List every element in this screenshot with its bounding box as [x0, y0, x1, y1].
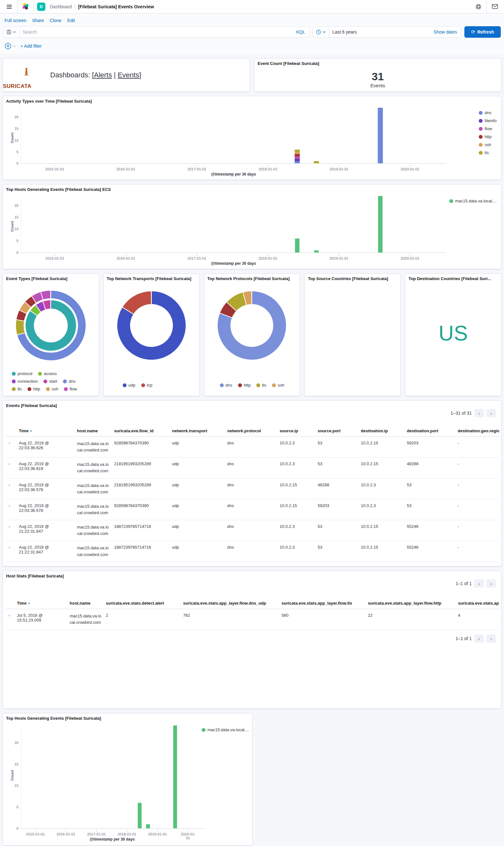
- column-header-destination.geo.region_na[interactable]: destination.geo.region_na: [456, 425, 499, 437]
- breadcrumb: Dashboard / [Filebeat Suricata] Events O…: [50, 4, 154, 9]
- legend-item-dns[interactable]: dns: [63, 379, 75, 384]
- edit-link[interactable]: Edit: [67, 18, 75, 23]
- column-header-network.transport[interactable]: network.transport: [170, 425, 225, 437]
- events-link[interactable]: Events: [118, 71, 139, 79]
- legend-item-ssh[interactable]: ssh: [46, 387, 58, 391]
- pie-slice-tls[interactable]: [16, 319, 25, 335]
- legend-item-ssh[interactable]: ssh: [272, 383, 284, 388]
- cell-suricata.eve.flow_id: 1887239765714716: [112, 520, 170, 541]
- top-hosts-ecs-chart: 05101520Count2015-01-012016-01-012017-01…: [6, 194, 446, 266]
- legend-item-connection[interactable]: connection: [12, 379, 38, 384]
- column-header-host.name[interactable]: host.name: [68, 598, 104, 609]
- filter-menu-button[interactable]: [4, 42, 16, 50]
- bar[interactable]: [146, 824, 150, 828]
- column-header-Time[interactable]: Time▼: [17, 425, 75, 437]
- next-page-button[interactable]: ›: [486, 579, 496, 588]
- legend-item-dns[interactable]: dns: [479, 110, 491, 115]
- legend-item-dns[interactable]: dns: [220, 383, 232, 388]
- panel-title: Top Hosts Generating Events [Filebeat Su…: [3, 713, 252, 723]
- legend-item-tcp[interactable]: tcp: [141, 383, 152, 388]
- column-header-destination.ip[interactable]: destination.ip: [359, 425, 405, 437]
- space-badge[interactable]: D: [37, 3, 46, 11]
- legend-item-mac15.data.va.local....[interactable]: mac15.data.va.local....: [449, 198, 497, 204]
- bar[interactable]: [378, 196, 382, 252]
- legend-item-start[interactable]: start: [43, 379, 57, 384]
- expand-row-button[interactable]: ›: [5, 458, 17, 478]
- legend-item-http[interactable]: http: [479, 134, 491, 139]
- bar[interactable]: [295, 239, 300, 252]
- column-header-suricata.eve.stats.app_layer.flow.dns_udp[interactable]: suricata.eve.stats.app_layer.flow.dns_ud…: [181, 598, 280, 609]
- legend-item-udp[interactable]: udp: [123, 383, 136, 388]
- alerts-link[interactable]: Alerts: [94, 71, 112, 79]
- column-header-network.protocol[interactable]: network.protocol: [225, 425, 278, 437]
- column-header-suricata.eve.stats.app_layer.flow.tls[interactable]: suricata.eve.stats.app_layer.flow.tls: [280, 598, 366, 609]
- table-header-row: Time▼host.namesuricata.eve.flow_idnetwor…: [5, 425, 499, 437]
- expand-row-button[interactable]: ›: [5, 609, 15, 630]
- next-page-button[interactable]: ›: [486, 409, 496, 417]
- prev-page-button[interactable]: ‹: [474, 409, 484, 417]
- column-header-suricata.eve.flow_id[interactable]: suricata.eve.flow_id: [112, 425, 170, 437]
- column-header-suricata.eve.stats.app_l[interactable]: suricata.eve.stats.app_l: [456, 598, 499, 609]
- refresh-button[interactable]: ⟳ Refresh: [464, 26, 501, 38]
- cell-suricata.eve.flow_id: 1887239765714716: [112, 562, 170, 567]
- expand-row-button[interactable]: ›: [5, 541, 17, 562]
- expand-row-button[interactable]: ›: [5, 562, 17, 567]
- elastic-logo[interactable]: [21, 2, 30, 12]
- bar[interactable]: [295, 149, 300, 164]
- legend-item-flow[interactable]: flow: [479, 126, 492, 131]
- prev-page-button[interactable]: ‹: [474, 579, 484, 588]
- x-axis-tick: 2015-01-01: [46, 165, 64, 171]
- expand-row-button[interactable]: ›: [5, 499, 17, 520]
- network-protocols-donut[interactable]: [204, 283, 300, 368]
- event-types-donut[interactable]: [3, 283, 99, 368]
- legend-item-protocol[interactable]: protocol: [12, 371, 32, 376]
- cell-destination.ip: 10.0.2.15: [359, 437, 405, 458]
- legend-item-tls[interactable]: tls: [12, 387, 22, 391]
- network-transports-donut[interactable]: [104, 283, 199, 368]
- share-link[interactable]: Share: [32, 18, 44, 23]
- show-dates-button[interactable]: Show dates: [430, 30, 461, 35]
- legend-item-fileinfo[interactable]: fileinfo: [479, 118, 497, 123]
- cell-destination.port: 48288: [405, 458, 456, 478]
- legend-item-ssh[interactable]: ssh: [479, 142, 491, 147]
- column-header-host.name[interactable]: host.name: [75, 425, 112, 437]
- breadcrumb-dashboard[interactable]: Dashboard: [50, 4, 72, 9]
- kql-toggle[interactable]: KQL: [292, 30, 309, 35]
- column-header-Time[interactable]: Time▼: [15, 598, 68, 609]
- expand-row-button[interactable]: ›: [5, 478, 17, 499]
- search-input[interactable]: [19, 30, 292, 35]
- clone-link[interactable]: Clone: [50, 18, 62, 23]
- column-header-destination.port[interactable]: destination.port: [405, 425, 456, 437]
- column-header-source.port[interactable]: source.port: [316, 425, 359, 437]
- legend-item-http[interactable]: http: [28, 387, 40, 391]
- menu-button[interactable]: [4, 2, 14, 12]
- tag-cloud-word-us[interactable]: US: [438, 321, 468, 345]
- legend-item-http[interactable]: http: [238, 383, 251, 388]
- legend-item-mac15.data.va.local....[interactable]: mac15.data.va.local....: [202, 727, 249, 732]
- prev-page-button[interactable]: ‹: [474, 634, 484, 642]
- bar[interactable]: [173, 725, 177, 828]
- column-header-suricata.eve.stats.app_layer.flow.http[interactable]: suricata.eve.stats.app_layer.flow.http: [366, 598, 456, 609]
- legend-item-tls[interactable]: tls: [256, 383, 266, 388]
- add-filter-button[interactable]: + Add filter: [20, 43, 42, 49]
- column-header-suricata.eve.stats.detect.alert[interactable]: suricata.eve.stats.detect.alert: [104, 598, 181, 609]
- cell-destination.ip: 10.0.2.3: [359, 478, 405, 499]
- next-page-button[interactable]: ›: [486, 634, 496, 642]
- expand-row-button[interactable]: ›: [5, 520, 17, 541]
- newsfeed-button[interactable]: [490, 2, 500, 12]
- legend-item-access[interactable]: access: [38, 371, 57, 376]
- expand-row-button[interactable]: ›: [5, 437, 17, 458]
- time-quick-menu-button[interactable]: [313, 27, 329, 37]
- column-header-source.ip[interactable]: source.ip: [278, 425, 316, 437]
- legend-item-tls[interactable]: tls: [479, 150, 489, 155]
- time-range-value[interactable]: Last 6 years: [329, 30, 430, 35]
- bar[interactable]: [314, 250, 319, 252]
- bar[interactable]: [378, 108, 383, 163]
- bar[interactable]: [138, 803, 142, 829]
- help-button[interactable]: [474, 2, 483, 12]
- legend-item-flow[interactable]: flow: [64, 387, 77, 391]
- saved-query-menu-button[interactable]: [3, 27, 19, 37]
- activity-types-legend: dnsfileinfoflowhttpsshtls: [479, 110, 497, 155]
- bar[interactable]: [314, 161, 319, 163]
- full-screen-link[interactable]: Full screen: [4, 18, 26, 23]
